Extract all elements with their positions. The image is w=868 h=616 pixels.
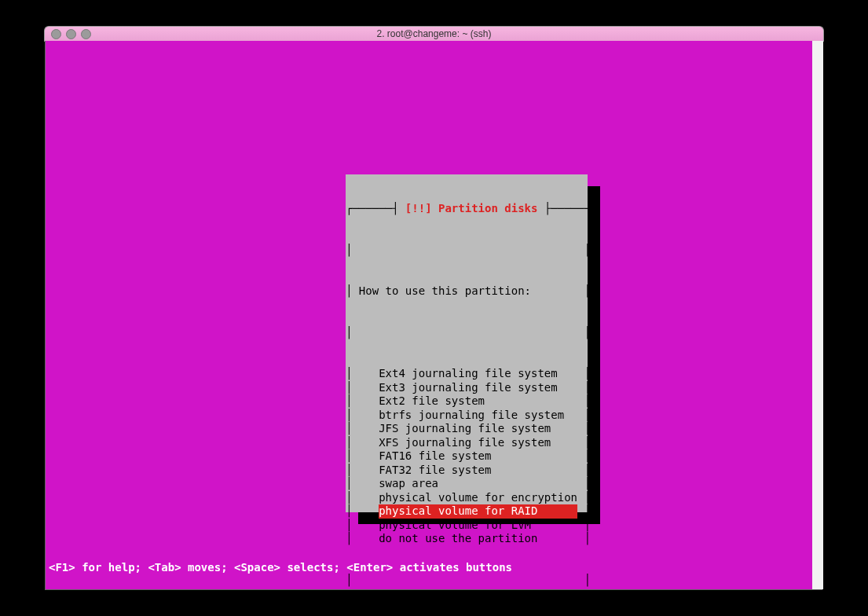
partition-option[interactable]: physical volume for RAID (379, 504, 577, 519)
partition-option[interactable]: XFS journaling file system (379, 436, 577, 450)
zoom-icon[interactable] (81, 29, 91, 39)
partition-option[interactable]: swap area (379, 477, 577, 491)
partition-option[interactable]: physical volume for encryption (379, 491, 577, 505)
partition-option[interactable]: JFS journaling file system (379, 422, 577, 436)
close-icon[interactable] (51, 29, 61, 39)
partition-option[interactable]: FAT16 file system (379, 449, 577, 464)
traffic-lights (51, 29, 91, 39)
window-title: 2. root@changeme: ~ (ssh) (45, 28, 823, 39)
partition-option[interactable]: Ext4 journaling file system (379, 367, 577, 381)
help-bar: <F1> for help; <Tab> moves; <Space> sele… (46, 561, 512, 574)
minimize-icon[interactable] (66, 29, 76, 39)
dialog-prompt: How to use this partition: (359, 284, 531, 297)
dialog-title: [!!] Partition disks (405, 202, 538, 214)
window-titlebar: 2. root@changeme: ~ (ssh) (44, 26, 824, 42)
partition-dialog: ┌──────┤ [!!] Partition disks ├──────┐ │… (346, 174, 588, 512)
partition-option[interactable]: btrfs journaling file system (379, 409, 577, 423)
partition-option[interactable]: FAT32 file system (379, 464, 577, 478)
partition-option[interactable]: Ext3 journaling file system (379, 381, 577, 395)
terminal-area[interactable]: ┌──────┤ [!!] Partition disks ├──────┐ │… (45, 41, 822, 590)
partition-option[interactable]: Ext2 file system (379, 394, 577, 409)
partition-option[interactable]: do not use the partition (379, 532, 577, 546)
scrollbar[interactable] (812, 41, 823, 589)
partition-option[interactable]: physical volume for LVM (379, 519, 577, 533)
